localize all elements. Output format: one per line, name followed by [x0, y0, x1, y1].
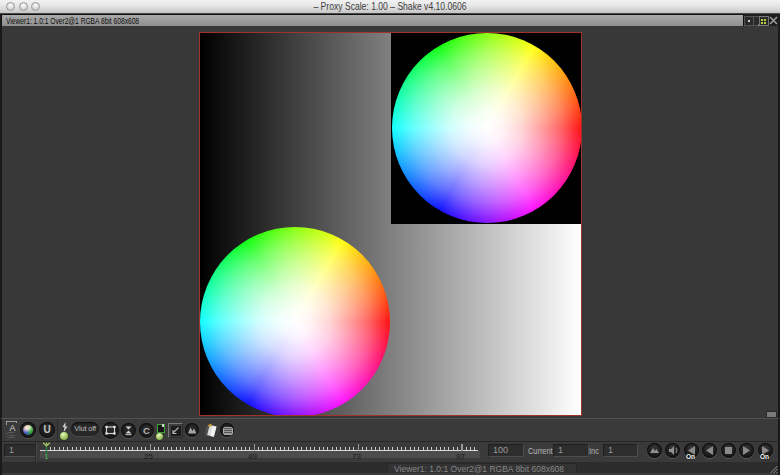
svg-text:1: 1 [45, 453, 49, 460]
